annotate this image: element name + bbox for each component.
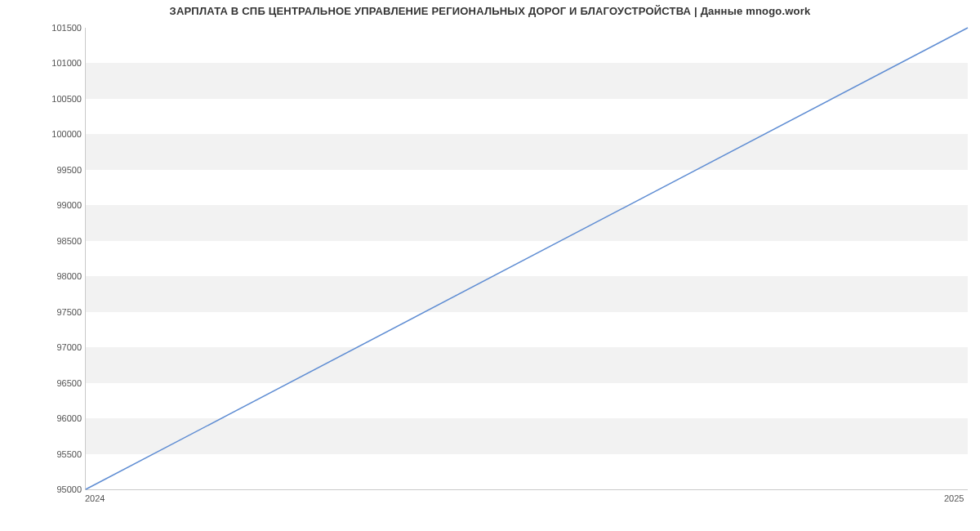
x-tick-label: 2024 bbox=[85, 493, 105, 503]
y-tick-label: 100500 bbox=[16, 94, 82, 104]
y-tick-label: 100000 bbox=[16, 129, 82, 139]
y-tick-label: 98500 bbox=[16, 236, 82, 246]
chart-title: ЗАРПЛАТА В СПБ ЦЕНТРАЛЬНОЕ УПРАВЛЕНИЕ РЕ… bbox=[0, 5, 980, 17]
x-tick-label: 2025 bbox=[944, 493, 964, 503]
y-tick-label: 97500 bbox=[16, 307, 82, 317]
y-tick-label: 101000 bbox=[16, 58, 82, 68]
y-tick-label: 98000 bbox=[16, 271, 82, 281]
y-tick-label: 97000 bbox=[16, 342, 82, 352]
y-tick-label: 95000 bbox=[16, 484, 82, 494]
y-tick-label: 95500 bbox=[16, 449, 82, 459]
plot-area bbox=[85, 28, 968, 490]
line-series bbox=[86, 28, 968, 489]
y-tick-label: 96500 bbox=[16, 378, 82, 388]
chart-container: ЗАРПЛАТА В СПБ ЦЕНТРАЛЬНОЕ УПРАВЛЕНИЕ РЕ… bbox=[0, 0, 980, 531]
y-tick-label: 96000 bbox=[16, 413, 82, 423]
y-tick-label: 99500 bbox=[16, 165, 82, 175]
y-tick-label: 99000 bbox=[16, 200, 82, 210]
y-tick-label: 101500 bbox=[16, 23, 82, 33]
